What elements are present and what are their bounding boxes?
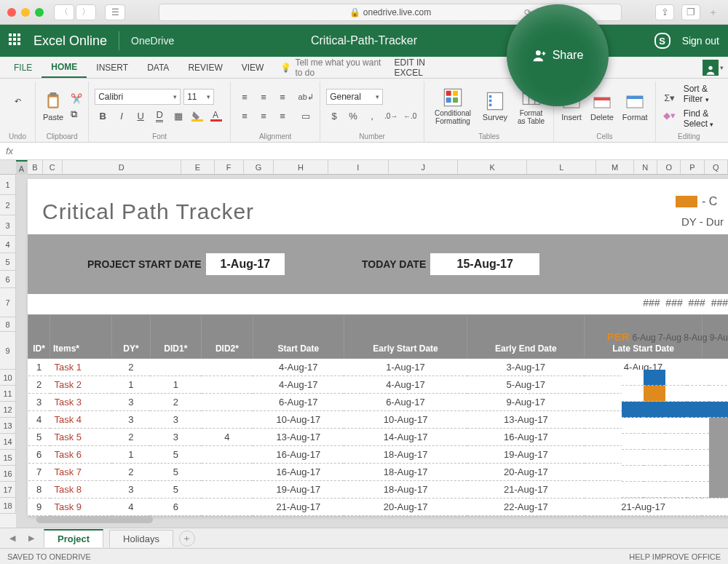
undo-button[interactable]: ↶ Undo xyxy=(6,91,29,122)
column-header-E[interactable]: E xyxy=(181,160,215,174)
format-cells-button[interactable]: Format xyxy=(621,91,649,122)
row-header[interactable]: 15 xyxy=(0,450,16,466)
row-header[interactable]: 2 xyxy=(0,195,16,215)
help-improve-link[interactable]: HELP IMPROVE OFFICE xyxy=(629,552,721,561)
app-launcher-icon[interactable] xyxy=(9,33,23,48)
fill-color-button[interactable] xyxy=(189,108,205,124)
document-title[interactable]: Critical-Path-Tracker xyxy=(311,34,417,47)
add-sheet-button[interactable]: ＋ xyxy=(179,531,195,547)
conditional-formatting-button[interactable]: Conditional Formatting xyxy=(430,87,475,125)
spreadsheet-grid[interactable]: ABCDEFGHIJKLMNOPQ 1234567891011121314151… xyxy=(0,160,728,528)
comma-icon[interactable]: , xyxy=(364,108,380,124)
table-header[interactable]: DY* xyxy=(112,315,150,359)
column-header-F[interactable]: F xyxy=(215,160,244,174)
double-underline-button[interactable]: D xyxy=(151,108,167,124)
sheet-tab-holidays[interactable]: Holidays xyxy=(109,530,173,547)
skype-icon[interactable]: S xyxy=(654,33,670,49)
column-header-B[interactable]: B xyxy=(28,160,43,174)
close-window-icon[interactable] xyxy=(7,8,16,17)
share-browser-icon[interactable]: ⇪ xyxy=(655,4,674,20)
row-header[interactable]: 11 xyxy=(0,386,16,402)
share-button[interactable]: Share xyxy=(507,4,609,106)
column-header-O[interactable]: O xyxy=(657,160,681,174)
font-color-button[interactable]: A xyxy=(208,108,224,124)
align-middle-icon[interactable]: ≡ xyxy=(256,89,272,105)
row-header[interactable]: 6 xyxy=(0,271,16,288)
table-header[interactable]: Start Date xyxy=(253,315,344,359)
row-header[interactable]: 14 xyxy=(0,434,16,450)
align-left-icon[interactable]: ≡ xyxy=(237,108,253,124)
align-center-icon[interactable]: ≡ xyxy=(256,108,272,124)
row-header[interactable]: 5 xyxy=(0,253,16,271)
table-header[interactable]: DID2* xyxy=(202,315,253,359)
tell-me-search[interactable]: 💡 Tell me what you want to do xyxy=(280,57,384,78)
tab-review[interactable]: REVIEW xyxy=(178,57,232,78)
row-headers[interactable]: 123456789101112131415161718 xyxy=(0,175,16,528)
sheet-tab-project[interactable]: Project xyxy=(44,529,103,547)
row-header[interactable]: 13 xyxy=(0,418,16,434)
increase-decimal-icon[interactable]: .0→ xyxy=(383,108,399,124)
tabs-browser-icon[interactable]: ❐ xyxy=(681,4,700,20)
percent-icon[interactable]: % xyxy=(345,108,361,124)
breadcrumb-location[interactable]: OneDrive xyxy=(131,35,174,47)
align-right-icon[interactable]: ≡ xyxy=(274,108,290,124)
table-header[interactable]: ID* xyxy=(28,315,50,359)
bold-button[interactable]: B xyxy=(95,108,111,124)
paste-button[interactable]: Paste xyxy=(41,91,65,122)
row-header[interactable]: 9 xyxy=(0,332,16,370)
tab-file[interactable]: FILE xyxy=(4,57,41,78)
signout-link[interactable]: Sign out xyxy=(682,35,719,47)
row-header[interactable]: 17 xyxy=(0,482,16,498)
column-header-H[interactable]: H xyxy=(274,160,328,174)
horizontal-scrollbar[interactable] xyxy=(36,516,153,523)
row-header[interactable]: 16 xyxy=(0,466,16,482)
cut-icon[interactable]: ✂️ xyxy=(71,93,82,104)
font-size-select[interactable]: 11▾ xyxy=(183,89,214,105)
sheet-prev-icon[interactable]: ◀ xyxy=(6,532,19,545)
formula-bar[interactable]: fx xyxy=(0,143,728,160)
back-button[interactable]: 〈 xyxy=(54,4,74,20)
today-date-value[interactable]: 15-Aug-17 xyxy=(430,253,539,275)
row-header[interactable]: 4 xyxy=(0,236,16,253)
find-select-button[interactable]: Find & Select ▾ xyxy=(684,108,716,129)
column-header-C[interactable]: C xyxy=(43,160,63,174)
underline-button[interactable]: U xyxy=(132,108,149,124)
font-name-select[interactable]: Calibri▾ xyxy=(95,89,181,105)
column-header-L[interactable]: L xyxy=(527,160,596,174)
column-headers[interactable]: ABCDEFGHIJKLMNOPQ xyxy=(0,160,728,175)
table-header[interactable]: DID1* xyxy=(150,315,202,359)
border-button[interactable]: ▦ xyxy=(170,108,186,124)
profile-menu[interactable]: ▾ xyxy=(703,60,724,76)
forward-button[interactable]: 〉 xyxy=(76,4,96,20)
tab-data[interactable]: DATA xyxy=(138,57,178,78)
table-header[interactable]: Early Start Date xyxy=(344,315,467,359)
table-header[interactable]: Early End Date xyxy=(467,315,585,359)
wrap-text-icon[interactable]: ab↲ xyxy=(298,89,314,105)
sheet-next-icon[interactable]: ▶ xyxy=(25,532,38,545)
row-header[interactable]: 7 xyxy=(0,288,16,317)
delete-cells-button[interactable]: Delete xyxy=(589,91,615,122)
copy-icon[interactable]: ⧉ xyxy=(71,108,82,120)
align-bottom-icon[interactable]: ≡ xyxy=(274,89,290,105)
sort-filter-button[interactable]: Sort & Filter ▾ xyxy=(684,84,716,104)
minimize-window-icon[interactable] xyxy=(21,8,30,17)
row-header[interactable]: 12 xyxy=(0,402,16,418)
column-header-P[interactable]: P xyxy=(681,160,704,174)
autosum-icon[interactable]: Σ▾ xyxy=(662,90,678,106)
row-header[interactable]: 8 xyxy=(0,317,16,332)
currency-icon[interactable]: $ xyxy=(326,108,342,124)
row-header[interactable]: 10 xyxy=(0,370,16,386)
survey-button[interactable]: Survey xyxy=(481,91,509,122)
column-header-Q[interactable]: Q xyxy=(705,160,728,174)
table-header[interactable]: Items* xyxy=(50,315,112,359)
column-header-K[interactable]: K xyxy=(458,160,527,174)
italic-button[interactable]: I xyxy=(114,108,130,124)
decrease-decimal-icon[interactable]: ←.0 xyxy=(402,108,418,124)
row-header[interactable]: 18 xyxy=(0,498,16,514)
column-header-M[interactable]: M xyxy=(596,160,633,174)
merge-cells-icon[interactable]: ▭ xyxy=(298,108,314,124)
number-format-select[interactable]: General▾ xyxy=(326,89,383,105)
column-header-G[interactable]: G xyxy=(244,160,274,174)
sidebar-toggle-icon[interactable]: ☰ xyxy=(105,4,125,20)
column-header-J[interactable]: J xyxy=(389,160,458,174)
